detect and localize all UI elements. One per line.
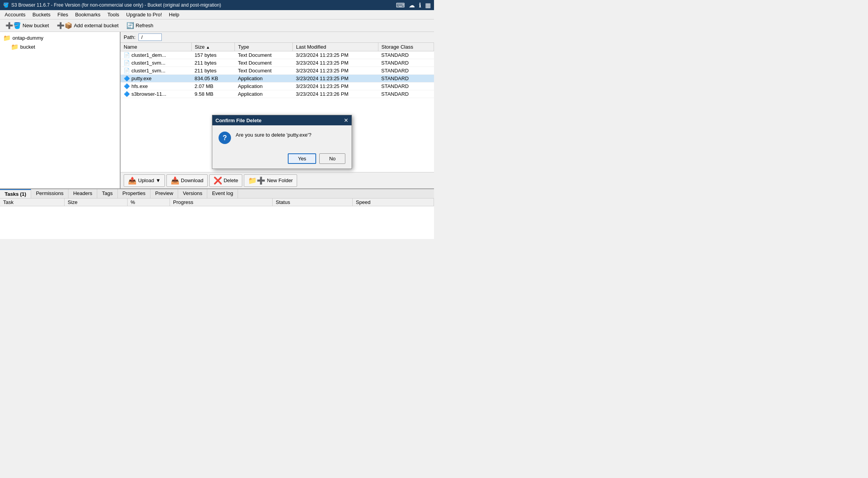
dialog-yes-button[interactable]: Yes (288, 153, 316, 164)
new-bucket-button[interactable]: ➕🪣 New bucket (2, 21, 52, 30)
file-type-cell: Text Document (235, 59, 293, 67)
new-folder-icon: 📁➕ (248, 176, 265, 185)
menu-upgrade[interactable]: Upgrade to Pro! (123, 11, 165, 18)
add-external-bucket-button[interactable]: ➕📦 Add external bucket (54, 21, 122, 30)
dialog-buttons: Yes No (212, 150, 352, 169)
title-bar: 🪣 S3 Browser 11.6.7 - Free Version (for … (0, 0, 434, 10)
tasks-content: Task Size % Progress Status Speed (0, 199, 434, 239)
tasks-col-progress[interactable]: Progress (170, 199, 272, 206)
file-type-cell: Application (235, 90, 293, 98)
col-name[interactable]: Name (121, 43, 191, 51)
path-input[interactable] (138, 33, 162, 41)
menu-buckets[interactable]: Buckets (29, 11, 53, 18)
file-size-cell: 157 bytes (191, 51, 234, 59)
file-name-cell: 🔷s3browser-11... (121, 90, 191, 98)
tasks-col-status[interactable]: Status (273, 199, 353, 206)
file-modified-cell: 3/23/2024 11:23:25 PM (293, 51, 378, 59)
table-row[interactable]: 🔷s3browser-11... 9.58 MB Application 3/2… (121, 90, 434, 98)
file-storage-class-cell: STANDARD (378, 75, 434, 83)
tab-preview[interactable]: Preview (150, 189, 178, 198)
tree-item-bucket[interactable]: 📁 bucket (9, 42, 118, 51)
path-label: Path: (124, 34, 135, 40)
file-type-cell: Text Document (235, 51, 293, 59)
folder-icon: 📁 (11, 43, 19, 51)
cloud-icon[interactable]: ☁ (409, 2, 415, 9)
file-type-cell: Text Document (235, 67, 293, 75)
file-type-cell: Application (235, 83, 293, 90)
tab-permissions[interactable]: Permissions (31, 189, 68, 198)
file-modified-cell: 3/23/2024 11:23:26 PM (293, 90, 378, 98)
tab-tags[interactable]: Tags (97, 189, 117, 198)
col-storage-class[interactable]: Storage Class (378, 43, 434, 51)
window-title: S3 Browser 11.6.7 - Free Version (for no… (11, 2, 221, 8)
file-storage-class-cell: STANDARD (378, 67, 434, 75)
bottom-toolbar: 📤 Upload ▼ 📥 Download ❌ Delete 📁➕ New Fo… (121, 172, 434, 188)
dialog-message: Are you sure to delete 'putty.exe'? (236, 132, 312, 139)
file-storage-class-cell: STANDARD (378, 51, 434, 59)
table-row[interactable]: 🔷putty.exe 834.05 KB Application 3/23/20… (121, 75, 434, 83)
refresh-button[interactable]: 🔄 Refresh (123, 21, 157, 30)
tab-event-log[interactable]: Event log (207, 189, 238, 198)
table-row[interactable]: 📄cluster1_dem... 157 bytes Text Document… (121, 51, 434, 59)
tasks-col-task[interactable]: Task (0, 199, 64, 206)
file-type-icon: 🔷 (124, 83, 130, 89)
sort-arrow: ▲ (206, 45, 210, 49)
barcode-icon[interactable]: ▦ (425, 2, 431, 9)
title-bar-icons: ⌨ ☁ ℹ ▦ (396, 2, 431, 9)
table-row[interactable]: 📄cluster1_svm... 211 bytes Text Document… (121, 59, 434, 67)
delete-button[interactable]: ❌ Delete (209, 174, 243, 187)
tasks-col-size[interactable]: Size (64, 199, 127, 206)
tab-versions[interactable]: Versions (178, 189, 207, 198)
menu-help[interactable]: Help (166, 11, 182, 18)
upload-icon: 📤 (128, 176, 136, 185)
title-bar-left: 🪣 S3 Browser 11.6.7 - Free Version (for … (3, 2, 221, 8)
file-storage-class-cell: STANDARD (378, 90, 434, 98)
delete-icon: ❌ (214, 176, 222, 185)
file-name-cell: 📄cluster1_dem... (121, 51, 191, 59)
tree-item-ontap-dummy[interactable]: 📁 ontap-dummy (2, 33, 118, 42)
toolbar: ➕🪣 New bucket ➕📦 Add external bucket 🔄 R… (0, 19, 434, 32)
tab-headers[interactable]: Headers (68, 189, 97, 198)
tasks-panel: Tasks (1) Permissions Headers Tags Prope… (0, 188, 434, 239)
file-size-cell: 9.58 MB (191, 90, 234, 98)
upload-dropdown-arrow[interactable]: ▼ (156, 177, 161, 183)
app-icon: 🪣 (3, 2, 9, 8)
table-row[interactable]: 🔷hfs.exe 2.07 MB Application 3/23/2024 1… (121, 83, 434, 90)
file-name-cell: 🔷putty.exe (121, 75, 191, 83)
file-type-icon: 📄 (124, 68, 130, 74)
table-row[interactable]: 📄cluster1_svm... 211 bytes Text Document… (121, 67, 434, 75)
menu-accounts[interactable]: Accounts (2, 11, 28, 18)
add-external-icon: ➕📦 (57, 22, 72, 29)
new-bucket-icon: ➕🪣 (5, 22, 21, 29)
file-type-icon: 🔷 (124, 91, 130, 97)
tasks-col-percent[interactable]: % (127, 199, 170, 206)
info-icon[interactable]: ℹ (419, 2, 421, 9)
tab-properties[interactable]: Properties (118, 189, 150, 198)
menu-files[interactable]: Files (54, 11, 71, 18)
menu-tools[interactable]: Tools (104, 11, 122, 18)
tree-children: 📁 bucket (2, 42, 118, 51)
dialog-titlebar: Confirm File Delete ✕ (212, 115, 352, 125)
col-last-modified[interactable]: Last Modified (293, 43, 378, 51)
tasks-col-speed[interactable]: Speed (353, 199, 434, 206)
col-size[interactable]: Size ▲ (191, 43, 234, 51)
tasks-table: Task Size % Progress Status Speed (0, 199, 434, 206)
tab-tasks[interactable]: Tasks (1) (0, 189, 31, 198)
tree-pane: 📁 ontap-dummy 📁 bucket (0, 32, 121, 188)
new-folder-button[interactable]: 📁➕ New Folder (244, 174, 297, 187)
file-size-cell: 2.07 MB (191, 83, 234, 90)
question-icon: ? (219, 132, 231, 144)
dialog-no-button[interactable]: No (319, 153, 345, 164)
tree-item-label: bucket (20, 44, 35, 50)
file-type-icon: 📄 (124, 52, 130, 58)
file-size-cell: 834.05 KB (191, 75, 234, 83)
col-type[interactable]: Type (235, 43, 293, 51)
file-modified-cell: 3/23/2024 11:23:25 PM (293, 83, 378, 90)
confirm-delete-dialog: Confirm File Delete ✕ ? Are you sure to … (212, 115, 352, 169)
menu-bookmarks[interactable]: Bookmarks (72, 11, 103, 18)
dialog-close-button[interactable]: ✕ (344, 117, 348, 123)
download-button[interactable]: 📥 Download (166, 174, 208, 187)
keyboard-icon[interactable]: ⌨ (396, 2, 405, 9)
download-icon: 📥 (171, 176, 179, 185)
upload-button[interactable]: 📤 Upload ▼ (124, 174, 165, 187)
